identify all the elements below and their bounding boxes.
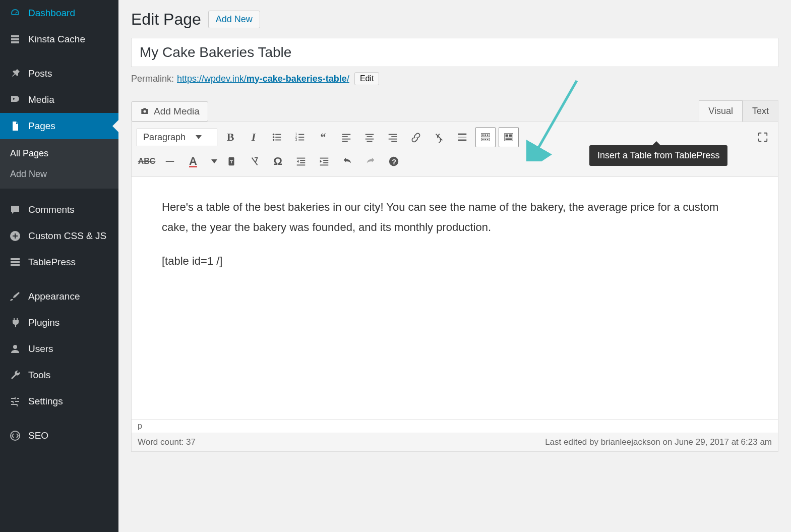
sidebar-label: Posts [28,68,52,79]
svg-rect-30 [458,140,467,141]
sidebar-label: SEO [28,430,48,441]
svg-rect-17 [342,136,348,137]
svg-rect-47 [297,158,306,159]
sidebar-item-pages[interactable]: Pages [0,113,118,139]
bold-button[interactable]: B [220,127,240,147]
blockquote-button[interactable]: “ [313,127,333,147]
tooltip: Insert a Table from TablePress [589,145,727,166]
svg-rect-33 [484,135,486,136]
svg-point-3 [144,110,146,113]
word-count: Word count: 37 [138,437,196,447]
svg-rect-50 [297,164,306,165]
sidebar-item-custom-css-js[interactable]: Custom CSS & JS [0,223,118,249]
paste-text-button[interactable]: T [221,151,241,171]
read-more-button[interactable] [452,127,472,147]
numbered-list-button[interactable]: 123 [290,127,310,147]
svg-rect-52 [323,160,328,161]
svg-rect-49 [300,162,305,163]
sidebar-item-posts[interactable]: Posts [0,61,118,87]
clear-formatting-button[interactable] [245,151,265,171]
sidebar-item-appearance[interactable]: Appearance [0,283,118,310]
gauge-icon [8,6,22,20]
tab-text[interactable]: Text [743,100,778,122]
admin-sidebar: Dashboard Kinsta Cache Posts Media Pages… [0,0,118,532]
help-button[interactable]: ? [384,151,404,171]
svg-rect-53 [323,162,328,163]
format-select[interactable]: Paragraph [137,129,217,146]
align-right-button[interactable] [383,127,403,147]
sidebar-item-media[interactable]: Media [0,87,118,113]
fullscreen-button[interactable] [753,127,773,147]
svg-point-1 [13,345,17,349]
main-content: Edit Page Add New Permalink: https://wpd… [118,0,791,452]
svg-rect-29 [458,137,467,138]
svg-point-8 [273,139,275,141]
sidebar-label: Appearance [28,291,80,302]
seo-icon [8,429,22,443]
sidebar-item-dashboard[interactable]: Dashboard [0,0,118,26]
camera-icon [140,106,150,116]
post-title-input[interactable] [131,38,778,67]
content-shortcode: [table id=1 /] [162,251,748,271]
svg-rect-19 [342,141,348,142]
sidebar-item-kinsta-cache[interactable]: Kinsta Cache [0,26,118,52]
svg-rect-34 [487,135,489,136]
sidebar-item-comments[interactable]: Comments [0,197,118,223]
sidebar-item-tablepress[interactable]: TablePress [0,249,118,275]
sidebar-sub-add-new[interactable]: Add New [0,164,118,185]
brush-icon [8,289,22,304]
svg-rect-9 [275,140,281,141]
tab-visual[interactable]: Visual [699,100,743,122]
svg-rect-27 [391,141,397,142]
sidebar-label: Custom CSS & JS [28,230,106,242]
svg-rect-25 [391,136,397,137]
special-char-button[interactable]: Ω [268,151,288,171]
toolbar-toggle-button[interactable] [475,127,496,147]
permalink-row: Permalink: https://wpdev.ink/my-cake-bak… [131,72,778,85]
sidebar-label: Users [28,343,53,354]
align-center-button[interactable] [359,127,380,147]
sidebar-sub-all-pages[interactable]: All Pages [0,143,118,164]
align-left-button[interactable] [336,127,356,147]
svg-rect-42 [506,138,512,139]
editor-body[interactable]: Here's a table of the best bakeries in o… [132,177,778,419]
sidebar-submenu: All Pages Add New [0,139,118,189]
redo-button[interactable] [360,151,381,171]
sidebar-label: Settings [28,396,63,407]
sidebar-item-users[interactable]: Users [0,336,118,362]
insert-table-button[interactable] [499,127,519,147]
edit-permalink-button[interactable]: Edit [354,72,380,85]
svg-rect-36 [482,139,484,140]
svg-rect-40 [506,135,509,137]
strikethrough-button[interactable]: ABC [137,151,157,171]
sidebar-label: Media [28,94,54,105]
add-new-button[interactable]: Add New [208,11,260,28]
permalink-link[interactable]: https://wpdev.ink/my-cake-bakeries-table… [177,74,349,84]
add-media-button[interactable]: Add Media [131,101,208,122]
text-color-button[interactable]: A [183,151,203,171]
outdent-button[interactable] [291,151,311,171]
svg-rect-7 [275,137,281,138]
sidebar-label: Kinsta Cache [28,34,85,45]
sidebar-item-seo[interactable]: SEO [0,423,118,449]
unlink-button[interactable] [429,127,449,147]
last-edited: Last edited by brianleejackson on June 2… [545,437,772,447]
sidebar-item-plugins[interactable]: Plugins [0,310,118,336]
link-button[interactable] [406,127,426,147]
editor-toolbar: Paragraph B I 123 “ ABC A [132,122,778,177]
svg-text:T: T [230,159,233,164]
svg-text:3: 3 [295,138,297,141]
sidebar-item-settings[interactable]: Settings [0,388,118,415]
horizontal-rule-button[interactable] [160,151,180,171]
sidebar-label: Comments [28,204,75,215]
italic-button[interactable]: I [244,127,264,147]
bullet-list-button[interactable] [267,127,287,147]
undo-button[interactable] [337,151,357,171]
indent-button[interactable] [314,151,334,171]
chevron-down-icon [196,135,202,139]
sidebar-item-tools[interactable]: Tools [0,362,118,388]
svg-rect-32 [482,135,484,136]
svg-rect-44 [166,161,174,162]
text-color-dropdown[interactable] [206,151,218,171]
svg-rect-37 [484,139,486,140]
